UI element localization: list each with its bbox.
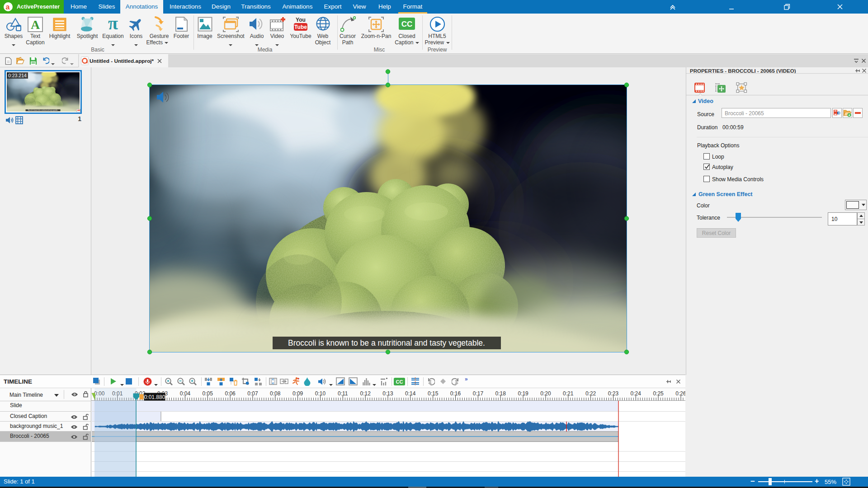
svg-text:0:23: 0:23 [608,390,619,397]
svg-text:0:22: 0:22 [585,390,596,397]
svg-text:0:20: 0:20 [540,390,551,397]
svg-text:0:09: 0:09 [292,390,303,397]
svg-text:0:26: 0:26 [675,390,685,397]
svg-text:0:06: 0:06 [225,390,236,397]
svg-text:0:07: 0:07 [247,390,258,397]
svg-text:0:12: 0:12 [360,390,371,397]
svg-text:0:18: 0:18 [495,390,506,397]
svg-text:0:19: 0:19 [518,390,528,397]
svg-text:0:24: 0:24 [631,390,642,397]
svg-text:0:14: 0:14 [405,390,416,397]
svg-text:0:15: 0:15 [428,390,439,397]
svg-text:π: π [108,16,118,32]
svg-text:Tube: Tube [294,24,307,30]
svg-text:0:08: 0:08 [270,390,281,397]
svg-text:0:17: 0:17 [473,390,484,397]
svg-text:0:21: 0:21 [563,390,574,397]
svg-text:0:05: 0:05 [203,390,213,397]
svg-text:0:11: 0:11 [338,390,348,397]
svg-text:A: A [31,18,40,32]
svg-text:CC: CC [401,20,413,28]
svg-text:0:13: 0:13 [382,390,393,397]
svg-text:0:01.880: 0:01.880 [144,394,165,400]
svg-text:0:16: 0:16 [450,390,461,397]
svg-text:0:10: 0:10 [315,390,326,397]
svg-text:0:25: 0:25 [653,390,664,397]
svg-text:CC: CC [396,379,403,385]
svg-text:You: You [296,17,306,23]
svg-text:0:04: 0:04 [180,390,191,397]
